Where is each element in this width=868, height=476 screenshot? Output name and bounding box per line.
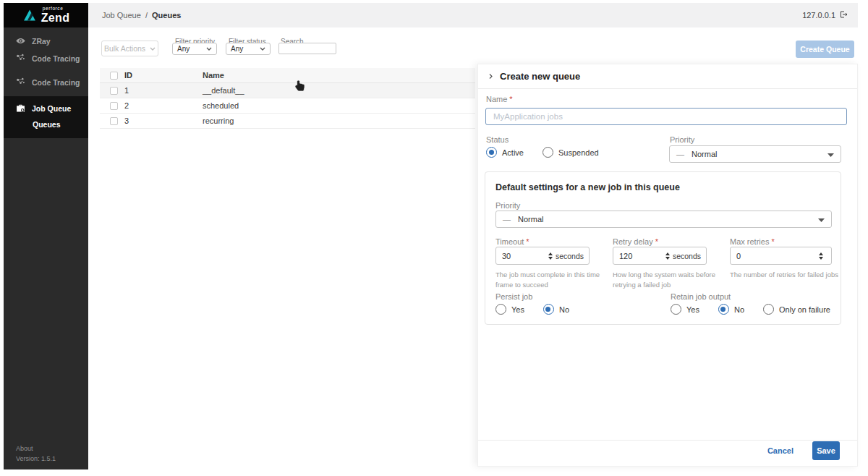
retry-delay-field: seconds	[613, 247, 707, 265]
status-suspended-label: Suspended	[558, 148, 599, 157]
retain-no-label: No	[734, 305, 744, 314]
retry-delay-unit: seconds	[673, 252, 701, 260]
chevron-right-icon[interactable]	[488, 72, 494, 80]
caret-down-icon	[818, 215, 825, 224]
save-button[interactable]: Save	[812, 441, 840, 460]
row-checkbox[interactable]	[110, 87, 118, 95]
sidebar-item-job-queue[interactable]: Job Queue	[4, 100, 88, 117]
retain-no-radio[interactable]	[718, 304, 729, 315]
cell-id: 3	[124, 116, 203, 125]
max-retries-help: The number of retries for failed jobs	[730, 270, 838, 280]
chevron-down-icon	[260, 47, 265, 51]
stepper-arrows-icon[interactable]	[548, 252, 553, 260]
table-header-row: ID Name	[100, 68, 475, 83]
default-priority-label: Priority	[495, 201, 520, 210]
status-active-radio[interactable]	[486, 147, 497, 158]
retain-output-radio-group: Yes No Only on failure	[671, 304, 830, 315]
retry-delay-input[interactable]	[613, 252, 663, 260]
sidebar-active-section: Job Queue Queues	[4, 96, 88, 138]
sidebar-subitem-queues[interactable]: Queues	[4, 117, 88, 132]
sidebar-item-label: Code Tracing	[32, 78, 80, 87]
status-radio-group: Active Suspended	[486, 147, 599, 158]
default-settings-title: Default settings for a new job in this q…	[495, 182, 680, 192]
retain-output-label: Retain job output	[671, 292, 731, 301]
column-header-id[interactable]: ID	[124, 71, 203, 80]
priority-value: Normal	[692, 150, 717, 158]
cell-name: __default__	[203, 86, 475, 95]
breadcrumb-current: Queues	[152, 11, 181, 20]
sidebar-footer: About Version: 1.5.1	[16, 444, 56, 464]
cell-name: recurring	[203, 116, 475, 125]
filter-priority-select[interactable]: Any	[172, 43, 217, 55]
table-row[interactable]: 1 __default__	[100, 83, 475, 98]
priority-select[interactable]: — Normal	[669, 145, 841, 163]
required-mark: *	[655, 237, 658, 246]
brand-product: Zend	[41, 12, 69, 24]
stepper-arrows-icon[interactable]	[819, 252, 823, 260]
priority-prefix: —	[503, 215, 511, 224]
eye-icon	[16, 36, 25, 47]
panel-footer-divider	[478, 440, 857, 441]
timeout-unit: seconds	[556, 252, 584, 260]
retain-yes-radio[interactable]	[671, 304, 681, 315]
sidebar-item-code-tracing-1[interactable]: Code Tracing	[4, 50, 88, 67]
status-suspended-radio[interactable]	[542, 147, 553, 158]
create-queue-button[interactable]: Create Queue	[796, 41, 854, 58]
required-mark: *	[509, 95, 512, 103]
sidebar-item-code-tracing-2[interactable]: Code Tracing	[4, 74, 88, 91]
sidebar-item-label: Code Tracing	[32, 54, 80, 63]
select-all-checkbox[interactable]	[110, 72, 118, 80]
max-retries-field	[730, 247, 832, 265]
chevron-down-icon	[206, 47, 212, 51]
default-priority-value: Normal	[518, 215, 543, 224]
timeout-label: Timeout*	[495, 237, 529, 246]
bulk-actions-button[interactable]: Bulk Actions	[101, 41, 158, 56]
table-row[interactable]: 2 scheduled	[100, 98, 475, 114]
breadcrumb-parent[interactable]: Job Queue	[102, 11, 141, 20]
retain-yes-label: Yes	[686, 305, 699, 314]
caret-down-icon	[827, 150, 834, 158]
version-label: Version: 1.5.1	[16, 454, 56, 464]
sidebar-item-label: ZRay	[32, 37, 51, 46]
briefcase-icon	[16, 103, 25, 114]
queue-name-input[interactable]	[485, 108, 847, 125]
timeout-input[interactable]	[496, 252, 545, 260]
max-retries-input[interactable]	[731, 252, 816, 260]
breadcrumb-separator: /	[145, 11, 148, 20]
topbar: Job Queue / Queues 127.0.0.1	[88, 3, 858, 27]
sidebar-item-zray[interactable]: ZRay	[4, 33, 88, 50]
required-mark: *	[771, 237, 774, 246]
persist-yes-label: Yes	[511, 305, 524, 314]
column-header-name[interactable]: Name	[203, 71, 475, 80]
row-checkbox[interactable]	[110, 117, 118, 125]
table-row[interactable]: 3 recurring	[100, 114, 475, 129]
filter-status-value: Any	[231, 45, 243, 53]
sidebar-subitem-label: Queues	[33, 120, 61, 129]
persist-yes-radio[interactable]	[495, 304, 506, 315]
filter-priority-value: Any	[177, 45, 190, 53]
cancel-button[interactable]: Cancel	[767, 446, 793, 455]
required-mark: *	[526, 237, 529, 246]
panel-title: Create new queue	[500, 71, 580, 82]
session-host: 127.0.0.1	[802, 10, 848, 20]
status-label: Status	[486, 135, 509, 144]
about-link[interactable]: About	[16, 444, 56, 454]
stepper-arrows-icon[interactable]	[665, 252, 670, 260]
host-label: 127.0.0.1	[802, 11, 835, 20]
filter-status-select[interactable]: Any	[226, 43, 271, 55]
cell-id: 2	[124, 101, 203, 110]
logout-icon[interactable]	[839, 10, 848, 20]
main-area: Job Queue / Queues 127.0.0.1 Bulk Action…	[88, 3, 858, 469]
default-settings-card: Default settings for a new job in this q…	[485, 171, 841, 325]
persist-no-radio[interactable]	[543, 304, 554, 315]
default-priority-select[interactable]: — Normal	[495, 211, 832, 228]
brand-logo: perforce Zend	[4, 3, 88, 27]
max-retries-label: Max retries*	[730, 237, 775, 246]
app-frame: perforce Zend ZRay Code Tracing	[4, 3, 858, 469]
row-checkbox[interactable]	[110, 102, 118, 110]
search-input[interactable]	[278, 43, 336, 54]
zend-logo-icon	[22, 8, 37, 22]
cell-id: 1	[124, 86, 203, 95]
retain-only-failure-radio[interactable]	[763, 304, 774, 315]
sidebar-nav: ZRay Code Tracing Code Tracing	[4, 27, 88, 138]
